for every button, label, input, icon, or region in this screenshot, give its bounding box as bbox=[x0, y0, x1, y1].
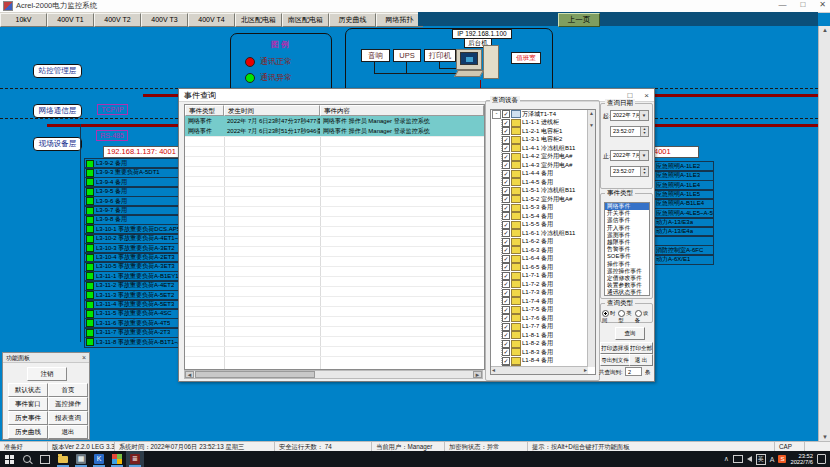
tree-item[interactable]: ✓L1-7-7 备用 bbox=[502, 323, 595, 332]
to-time-spinner[interactable]: 23:52:07▲▼ bbox=[610, 166, 649, 177]
event-type-option[interactable]: SOE事件 bbox=[605, 253, 649, 260]
query-button[interactable]: 查询 bbox=[615, 327, 645, 340]
function-panel-close-icon[interactable]: × bbox=[82, 353, 86, 363]
scrollbar-thumb[interactable] bbox=[195, 371, 315, 378]
tree-item[interactable]: ✓L1-7-3 备用 bbox=[502, 289, 595, 298]
radio-icon[interactable] bbox=[635, 310, 642, 317]
checkbox-checked-icon[interactable]: ✓ bbox=[502, 297, 510, 305]
export-button[interactable]: 导出到文件 bbox=[600, 354, 630, 366]
tree-item[interactable]: ✓L1-6-5 备用 bbox=[502, 263, 595, 272]
checkbox-checked-icon[interactable]: ✓ bbox=[502, 314, 510, 322]
start-button-icon[interactable] bbox=[0, 451, 18, 467]
logout-button[interactable]: 注销 bbox=[27, 367, 67, 381]
event-type-option[interactable]: 装置参数事件 bbox=[605, 282, 649, 289]
ime-mode-indicator[interactable]: A bbox=[770, 456, 775, 463]
tray-expand-icon[interactable]: ∧ bbox=[724, 455, 729, 463]
tile-app-icon[interactable] bbox=[108, 451, 126, 467]
print-all-button[interactable]: 打印全部 bbox=[629, 342, 653, 354]
checkbox-checked-icon[interactable]: ✓ bbox=[502, 195, 510, 203]
tree-item[interactable]: ✓L1-5-3 备用 bbox=[502, 204, 595, 213]
function-button-7[interactable]: 退出 bbox=[48, 425, 88, 439]
speaker-icon[interactable] bbox=[747, 456, 752, 462]
function-button-4[interactable]: 历史事件 bbox=[8, 411, 48, 425]
tree-item[interactable]: ✓L1-6-2 备用 bbox=[502, 238, 595, 247]
tree-item[interactable]: ✓L1-4-1 冷冻机组B11 bbox=[502, 144, 595, 153]
to-date-select[interactable]: 2022年 7月 6日▼ bbox=[610, 150, 649, 161]
scroll-down-icon[interactable]: ▼ bbox=[819, 434, 830, 440]
checkbox-checked-icon[interactable]: ✓ bbox=[502, 348, 510, 356]
tree-item[interactable]: ✓L1-8-2 备用 bbox=[502, 340, 595, 349]
notification-center-icon[interactable] bbox=[817, 454, 826, 464]
checkbox-checked-icon[interactable]: ✓ bbox=[502, 204, 510, 212]
function-button-0[interactable]: 默认状态 bbox=[8, 383, 48, 397]
print-selected-button[interactable]: 打印选择项 bbox=[600, 342, 630, 354]
scroll-right-icon[interactable]: ► bbox=[473, 371, 482, 378]
checkbox-checked-icon[interactable]: ✓ bbox=[502, 323, 510, 331]
radio-icon[interactable] bbox=[602, 310, 609, 317]
checkbox-checked-icon[interactable]: ✓ bbox=[502, 119, 510, 127]
checkbox-checked-icon[interactable]: ✓ bbox=[502, 229, 510, 237]
tree-item[interactable]: ✓L1-6-4 备用 bbox=[502, 255, 595, 264]
dropdown-icon[interactable]: ▼ bbox=[639, 111, 648, 120]
close-icon[interactable]: ✕ bbox=[819, 0, 826, 9]
main-scrollbar[interactable]: ▲ ▼ bbox=[818, 26, 830, 441]
tree-item[interactable]: ✓L1-7-1 备用 bbox=[502, 272, 595, 281]
event-table[interactable]: 事件类型 发生时间 事件内容 网络事件2022年 7月 6日23时47分37秒4… bbox=[184, 104, 485, 370]
tab-0[interactable]: 10kV bbox=[0, 13, 47, 27]
event-type-list[interactable]: 网络事件开关事件遥信事件开入事件遥测事件越限事件告警事件SOE事件操作事件遥控操… bbox=[604, 202, 650, 296]
scroll-left-icon[interactable]: ◄ bbox=[185, 371, 194, 378]
checkbox-checked-icon[interactable]: ✓ bbox=[502, 110, 510, 118]
event-row[interactable]: 网络事件2022年 7月 6日23时47分37秒477毫秒网络事件 操作员 Ma… bbox=[185, 116, 484, 126]
file-explorer-icon[interactable] bbox=[54, 451, 72, 467]
tree-item[interactable]: ✓L1-2-1 电容柜1 bbox=[502, 127, 595, 136]
tab-4[interactable]: 400V T4 bbox=[188, 13, 235, 27]
function-button-1[interactable]: 首页 bbox=[48, 383, 88, 397]
event-type-option[interactable]: 遥信事件 bbox=[605, 217, 649, 224]
checkbox-checked-icon[interactable]: ✓ bbox=[502, 221, 510, 229]
tab-7[interactable]: 历史曲线 bbox=[329, 13, 376, 27]
checkbox-checked-icon[interactable]: ✓ bbox=[502, 289, 510, 297]
tree-item[interactable]: ✓L1-7-4 备用 bbox=[502, 297, 595, 306]
tree-item[interactable]: ✓L1-6-1 冷冻机组B11 bbox=[502, 229, 595, 238]
tab-6[interactable]: 南区配电箱 bbox=[282, 13, 329, 27]
tab-2[interactable]: 400V T2 bbox=[94, 13, 141, 27]
checkbox-checked-icon[interactable]: ✓ bbox=[502, 144, 510, 152]
checkbox-checked-icon[interactable]: ✓ bbox=[502, 170, 510, 178]
tree-item[interactable]: ✓L1-8-4 备用 bbox=[502, 357, 595, 366]
sogou-icon[interactable]: S bbox=[778, 455, 786, 463]
function-button-2[interactable]: 事件窗口 bbox=[8, 397, 48, 411]
checkbox-checked-icon[interactable]: ✓ bbox=[502, 246, 510, 254]
scroll-up-icon[interactable]: ▲ bbox=[819, 27, 830, 33]
event-type-option[interactable]: 通讯状态事件 bbox=[605, 289, 649, 296]
tab-3[interactable]: 400V T3 bbox=[141, 13, 188, 27]
tree-item[interactable]: ✓L1-7-5 备用 bbox=[502, 306, 595, 315]
tree-hscrollbar[interactable]: ◄► bbox=[491, 366, 588, 374]
function-button-3[interactable]: 遥控操作 bbox=[48, 397, 88, 411]
tree-item[interactable]: ✓L1-4-4 备用 bbox=[502, 170, 595, 179]
checkbox-checked-icon[interactable]: ✓ bbox=[502, 357, 510, 365]
dropdown-icon[interactable]: ▼ bbox=[639, 151, 648, 160]
from-date-select[interactable]: 2022年 7月 6日▼ bbox=[610, 110, 649, 121]
tab-1[interactable]: 400V T1 bbox=[47, 13, 94, 27]
tree-item[interactable]: ✓L1-4-5 备用 bbox=[502, 178, 595, 187]
checkbox-checked-icon[interactable]: ✓ bbox=[502, 238, 510, 246]
tree-expander-icon[interactable]: - bbox=[492, 110, 501, 119]
column-header[interactable]: 发生时间 bbox=[224, 105, 320, 116]
tree-item[interactable]: ✓L1-4-2 室外用电A# bbox=[502, 153, 595, 162]
checkbox-checked-icon[interactable]: ✓ bbox=[502, 187, 510, 195]
tree-root-item[interactable]: -✓万泽城T1-T4 bbox=[491, 110, 595, 119]
event-type-option[interactable]: 遥测事件 bbox=[605, 232, 649, 239]
tree-item[interactable]: ✓L1-6-3 备用 bbox=[502, 246, 595, 255]
event-row[interactable]: 网络事件2022年 7月 6日23时51分17秒946毫秒网络事件 操作员 Ma… bbox=[185, 126, 484, 136]
event-type-option[interactable]: 遥控操作事件 bbox=[605, 268, 649, 275]
device-tree[interactable]: -✓万泽城T1-T4✓L1-1-1 进线柜✓L1-2-1 电容柜1✓L1-3-1… bbox=[490, 109, 596, 375]
query-type-radio[interactable]: 时间 bbox=[602, 310, 618, 324]
event-type-option[interactable]: 越限事件 bbox=[605, 239, 649, 246]
tree-item[interactable]: ✓L1-5-4 备用 bbox=[502, 212, 595, 221]
maximize-icon[interactable]: □ bbox=[800, 0, 805, 9]
spinner-icon[interactable]: ▲▼ bbox=[640, 127, 648, 136]
tree-item[interactable]: ✓L1-5-1 冷冻机组B11 bbox=[502, 187, 595, 196]
radio-icon[interactable] bbox=[618, 310, 625, 317]
event-type-option[interactable]: 定值修改事件 bbox=[605, 275, 649, 282]
tree-item[interactable]: ✓L1-5-2 室外用电A# bbox=[502, 195, 595, 204]
